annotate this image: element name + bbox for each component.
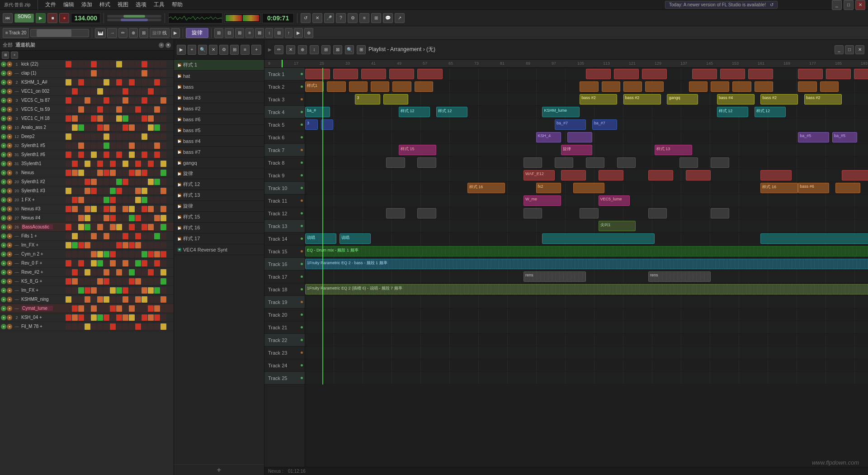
track-mute-btn[interactable]: ● xyxy=(7,62,12,67)
step-btn[interactable] xyxy=(110,79,116,86)
step-btn[interactable] xyxy=(85,323,90,330)
track-active-btn[interactable]: ● xyxy=(1,242,6,248)
step-btn[interactable] xyxy=(116,124,122,131)
step-btn[interactable] xyxy=(97,242,103,248)
pattern-tool-5[interactable]: ⊠ xyxy=(255,28,264,38)
step-btn[interactable] xyxy=(85,251,90,257)
track-mute-btn[interactable]: ● xyxy=(7,143,12,148)
menu-item-edit[interactable]: 编辑 xyxy=(62,1,75,9)
pl-tool-2[interactable]: ✕ xyxy=(286,45,295,54)
step-btn[interactable] xyxy=(154,242,160,248)
track-active-btn[interactable]: ● xyxy=(1,179,6,185)
arrangement-block[interactable]: 样式 13 xyxy=(655,145,692,155)
step-btn[interactable] xyxy=(72,170,78,176)
arrangement-block[interactable] xyxy=(623,81,642,92)
step-btn[interactable] xyxy=(78,188,84,194)
step-btn[interactable] xyxy=(97,287,103,294)
step-btn[interactable] xyxy=(104,197,109,203)
arrangement-track-row[interactable]: 样式 15旋律样式 13 xyxy=(305,144,868,157)
step-btn[interactable] xyxy=(123,242,128,248)
step-btn[interactable] xyxy=(91,215,97,221)
arrangement-block[interactable] xyxy=(386,208,405,218)
step-btn[interactable] xyxy=(78,305,84,312)
step-btn[interactable] xyxy=(154,224,160,230)
step-btn[interactable] xyxy=(110,124,116,131)
link-tool[interactable]: ⊕ xyxy=(129,28,138,38)
step-btn[interactable] xyxy=(135,106,141,113)
step-btn[interactable] xyxy=(104,296,109,303)
pattern-item[interactable]: ▶bass #2 xyxy=(174,103,264,114)
step-btn[interactable] xyxy=(148,287,154,294)
arrangement-track-row[interactable]: WAF_E12 xyxy=(305,169,868,182)
arrangement-block[interactable] xyxy=(417,69,442,79)
track-mute-btn[interactable]: ● xyxy=(7,297,12,302)
step-btn[interactable] xyxy=(97,61,103,67)
step-btn[interactable] xyxy=(116,314,122,321)
pattern-tool-4[interactable]: ≡ xyxy=(245,28,254,38)
pattern-tool-2[interactable]: ⊟ xyxy=(225,28,234,38)
step-btn[interactable] xyxy=(148,305,154,312)
step-btn[interactable] xyxy=(78,287,84,294)
track-active-btn[interactable]: ● xyxy=(1,324,6,329)
arrangement-block[interactable] xyxy=(542,233,654,244)
track-active-btn[interactable]: ● xyxy=(1,206,6,212)
step-btn[interactable] xyxy=(160,97,166,104)
track-active-btn[interactable]: ● xyxy=(1,152,6,157)
track-mute-btn[interactable]: ● xyxy=(7,206,12,212)
pattern-item[interactable]: ▶hat xyxy=(174,71,264,81)
track-name[interactable]: Nexus #4 xyxy=(21,215,53,220)
step-btn[interactable] xyxy=(142,314,147,321)
arrangement-track-row[interactable]: W_meVEC5_lume xyxy=(305,195,868,207)
step-btn[interactable] xyxy=(135,97,141,104)
arrangement-block[interactable] xyxy=(720,69,745,79)
step-btn[interactable] xyxy=(110,314,116,321)
track-active-btn[interactable]: ● xyxy=(1,197,6,203)
arrangement-block[interactable]: 1Fruity Parametric EQ 2 - bass - 频段 1 频率 xyxy=(305,259,868,269)
step-btn[interactable] xyxy=(142,233,147,239)
redo-btn[interactable]: ✕ xyxy=(312,13,322,23)
step-btn[interactable] xyxy=(97,79,103,86)
arrangement-block[interactable]: 旋律 xyxy=(561,145,592,155)
arrangement-block[interactable]: bass #2 xyxy=(623,94,661,104)
step-btn[interactable] xyxy=(116,152,122,158)
step-btn[interactable] xyxy=(142,197,147,203)
prev-btn[interactable]: ⏮ xyxy=(3,13,13,23)
arrangement-track-row[interactable]: ba_#样式 12样式 12KSHM_lume样式 12样式 12 xyxy=(305,106,868,119)
step-btn[interactable] xyxy=(129,161,135,167)
step-btn[interactable] xyxy=(148,79,154,86)
step-btn[interactable] xyxy=(123,142,128,149)
step-btn[interactable] xyxy=(116,305,122,312)
step-btn[interactable] xyxy=(110,287,116,294)
step-btn[interactable] xyxy=(160,242,166,248)
arrangement-track-row[interactable] xyxy=(305,321,868,334)
track-mute-btn[interactable]: ● xyxy=(7,188,12,194)
step-btn[interactable] xyxy=(97,251,103,257)
step-btn[interactable] xyxy=(116,161,122,167)
step-btn[interactable] xyxy=(66,133,71,140)
step-btn[interactable] xyxy=(78,61,84,67)
arrangement-block[interactable]: VEC5_lume xyxy=(599,195,630,206)
step-btn[interactable] xyxy=(142,215,147,221)
track-active-btn[interactable]: ● xyxy=(1,252,6,257)
step-btn[interactable] xyxy=(85,88,90,95)
step-btn[interactable] xyxy=(97,106,103,113)
arrangement-track-row[interactable]: 1Fruity Parametric EQ 2 - bass - 频段 1 频率 xyxy=(305,258,868,271)
step-btn[interactable] xyxy=(97,296,103,303)
step-btn[interactable] xyxy=(116,206,122,212)
step-btn[interactable] xyxy=(123,233,128,239)
step-btn[interactable] xyxy=(66,179,71,185)
step-btn[interactable] xyxy=(123,305,128,312)
step-btn[interactable] xyxy=(116,233,122,239)
step-btn[interactable] xyxy=(85,260,90,266)
arrangement-block[interactable] xyxy=(371,81,389,92)
pattern-del-btn[interactable]: ✕ xyxy=(209,45,218,55)
step-btn[interactable] xyxy=(129,179,135,185)
step-btn[interactable] xyxy=(91,269,97,276)
step-btn[interactable] xyxy=(160,170,166,176)
step-btn[interactable] xyxy=(142,323,147,330)
step-btn[interactable] xyxy=(135,224,141,230)
step-btn[interactable] xyxy=(72,278,78,285)
step-btn[interactable] xyxy=(85,242,90,248)
arrangement-block[interactable] xyxy=(711,157,729,168)
pattern-btn[interactable]: ⊞ xyxy=(371,13,381,23)
